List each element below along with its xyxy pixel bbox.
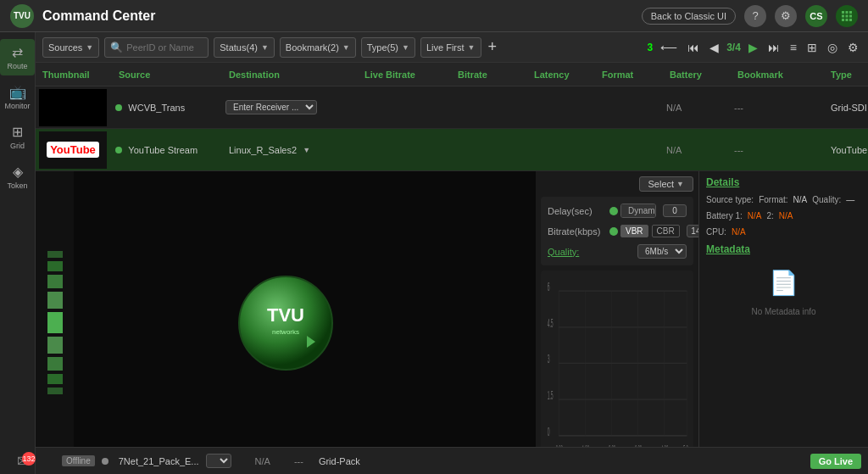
quality-chart: 6 4.5 3 1.5 0 [541, 270, 693, 469]
battery1-value: N/A [748, 211, 762, 220]
battery1-label: Battery 1: [706, 211, 743, 220]
document-icon: 📄 [706, 269, 861, 297]
svg-rect-6 [842, 19, 844, 21]
bottom-destination[interactable] [206, 454, 231, 468]
svg-rect-7 [846, 19, 849, 21]
count-display: 3 [647, 42, 653, 53]
row1-dest-select[interactable]: Enter Receiver ... [225, 100, 317, 114]
grid-view-btn[interactable]: ⊞ [804, 41, 820, 54]
grid-icon: ⊞ [12, 124, 23, 140]
monitor-icon: 📺 [9, 84, 26, 100]
offline-badge: Offline [62, 455, 95, 466]
bitrate-label: Bitrate(kbps) [548, 226, 607, 237]
format-value: N/A [793, 195, 808, 204]
delay-value: 0 [663, 204, 687, 217]
bottom-bookmark: --- [294, 456, 303, 466]
search-box[interactable]: 🔍 [104, 37, 209, 58]
controls-panel: Select ▼ Delay(sec) [536, 171, 698, 474]
nav-prev-btn[interactable]: ⏮ [685, 41, 702, 54]
add-button[interactable]: + [487, 38, 499, 56]
details-title: Details [706, 176, 861, 188]
col-format: Format [598, 70, 666, 80]
search-input[interactable] [126, 42, 203, 53]
settings-toolbar-btn[interactable]: ⚙ [845, 41, 861, 54]
svg-rect-5 [849, 14, 852, 17]
sidebar-item-route[interactable]: ⇄ Route [0, 39, 35, 75]
bottom-golive-button[interactable]: Go Live [810, 454, 861, 469]
controls-details: Select ▼ Delay(sec) [536, 171, 868, 474]
list-view-btn[interactable]: ≡ [787, 41, 799, 54]
row1-source: WCVB_Trans [115, 102, 225, 114]
quality-value-detail: — [846, 195, 854, 204]
details-panel: Details Source type: Format: N/A Quality… [698, 171, 868, 474]
sidebar-item-monitor[interactable]: 📺 Monitor [0, 79, 35, 115]
bookmark-dropdown[interactable]: Bookmark(2) ▼ [280, 37, 356, 58]
quality-label[interactable]: Quality: [548, 247, 607, 257]
battery-row: Battery 1: N/A 2: N/A [706, 211, 861, 220]
cbr-btn[interactable]: CBR [652, 225, 680, 237]
type-dropdown[interactable]: Type(5) ▼ [361, 37, 415, 58]
table-header: Thumbnail Source Destination Live Bitrat… [36, 63, 868, 86]
bottom-source: 7Net_21_Pack_E... [119, 456, 199, 466]
cpu-row: CPU: N/A [706, 227, 861, 237]
right-section: Select ▼ Delay(sec) [536, 171, 868, 474]
help-icon[interactable]: ? [744, 5, 766, 27]
row1-destination[interactable]: Enter Receiver ... [225, 100, 361, 114]
sidebar-item-token[interactable]: ◈ Token [0, 159, 35, 195]
delay-toggle-group: Dynamic Fixed [620, 204, 656, 218]
avatar[interactable]: CS [805, 5, 827, 27]
logo: TVU [10, 4, 34, 28]
type-chevron: ▼ [402, 43, 409, 52]
route-icon: ⇄ [12, 44, 23, 60]
chart-svg: 6 4.5 3 1.5 0 [546, 274, 688, 466]
nav-next-btn[interactable]: ▶ [746, 41, 760, 54]
col-bookmark: Bookmark [734, 70, 827, 80]
grid-menu-icon[interactable] [836, 5, 858, 27]
controls-section: Delay(sec) Dynamic Fixed [541, 197, 693, 265]
row2-thumbnail: YouTube [39, 131, 107, 169]
main-area: Sources ▼ 🔍 Status(4) ▼ Bookmark(2) ▼ Ty… [36, 32, 868, 474]
row2-destination[interactable]: Linux_R_Sales2 ▼ [225, 145, 361, 155]
row2-status-dot [115, 147, 122, 153]
sources-dropdown[interactable]: Sources ▼ [42, 37, 99, 58]
nav-back-btn[interactable]: ⟵ [658, 41, 680, 54]
svg-rect-1 [846, 11, 849, 14]
status-dropdown[interactable]: Status(4) ▼ [214, 37, 275, 58]
quality-label-detail: Quality: [812, 195, 841, 204]
select-row: Select ▼ [541, 176, 693, 192]
metadata-title: Metadata [706, 243, 861, 255]
target-btn[interactable]: ◎ [825, 41, 840, 54]
bottom-dest-select[interactable] [206, 454, 231, 468]
table-row[interactable]: YouTube YouTube Stream Linux_R_Sales2 ▼ … [36, 129, 868, 171]
row1-bookmark: --- [734, 103, 827, 113]
bottom-battery: N/A [255, 456, 270, 466]
row2-dest-chevron: ▼ [303, 146, 310, 154]
svg-text:networks: networks [272, 328, 299, 336]
col-battery: Battery [666, 70, 734, 80]
tvu-logo: TVU networks [235, 272, 337, 374]
row2-battery: N/A [666, 145, 734, 155]
row2-bookmark: --- [734, 145, 827, 155]
dynamic-btn[interactable]: Dynamic [621, 204, 656, 217]
svg-rect-0 [842, 11, 844, 14]
no-metadata-text: No Metadata info [706, 307, 861, 316]
notification-badge[interactable]: 132 [22, 452, 36, 466]
back-to-classic-button[interactable]: Back to Classic UI [642, 8, 736, 25]
live-first-dropdown[interactable]: Live First ▼ [420, 37, 481, 58]
nav-next2-btn[interactable]: ⏭ [765, 41, 782, 54]
preview-main: TVU networks [36, 171, 536, 474]
delay-slider-thumb[interactable] [609, 207, 618, 215]
select-button[interactable]: Select ▼ [639, 176, 694, 192]
delay-row: Delay(sec) Dynamic Fixed [548, 204, 687, 218]
cpu-value: N/A [732, 227, 746, 237]
quality-row: Quality: 6Mb/s 4Mb/s 8Mb/s [548, 244, 687, 259]
sidebar: ⇄ Route 📺 Monitor ⊞ Grid ◈ Token [0, 32, 36, 474]
settings-icon[interactable]: ⚙ [775, 5, 797, 27]
vbr-btn[interactable]: VBR [620, 225, 648, 237]
bitrate-slider-thumb[interactable] [609, 227, 618, 236]
nav-prev2-btn[interactable]: ◀ [707, 41, 721, 54]
quality-select[interactable]: 6Mb/s 4Mb/s 8Mb/s [637, 244, 687, 259]
sidebar-item-grid[interactable]: ⊞ Grid [0, 119, 35, 155]
table-row[interactable]: WCVB_Trans Enter Receiver ... N/A --- Gr… [36, 86, 868, 129]
notification-area: ✉ 132 [17, 452, 30, 471]
